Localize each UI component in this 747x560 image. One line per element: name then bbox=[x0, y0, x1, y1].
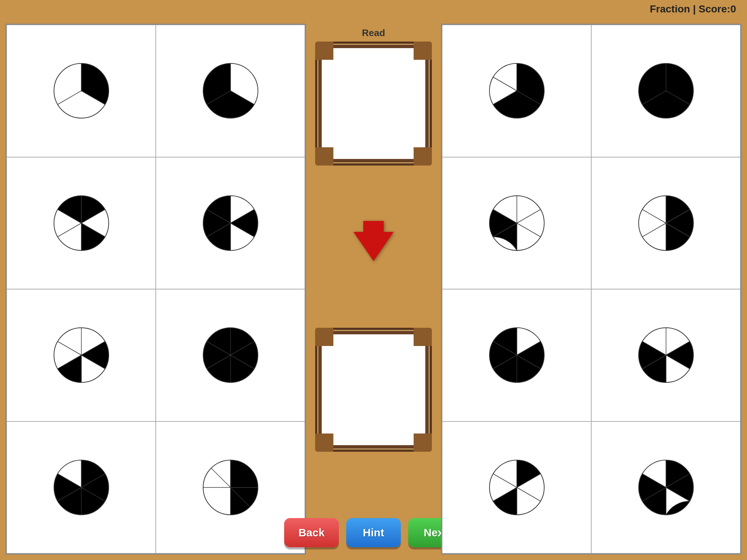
fraction-pie-R5 bbox=[488, 326, 546, 384]
right-cell-5[interactable] bbox=[442, 289, 591, 421]
fraction-pie-R1 bbox=[488, 62, 546, 120]
read-frame bbox=[315, 42, 432, 166]
main-content: Read Back Hint Next bbox=[0, 18, 747, 560]
fraction-pie-L4 bbox=[201, 194, 260, 252]
right-cell-7[interactable] bbox=[442, 421, 591, 554]
arrow-container bbox=[353, 228, 394, 265]
fraction-pie-L3 bbox=[52, 194, 111, 252]
right-fraction-grid bbox=[441, 24, 742, 555]
left-cell-5[interactable] bbox=[7, 289, 156, 421]
hint-button[interactable]: Hint bbox=[346, 518, 401, 547]
read-frame-container: Read bbox=[315, 27, 432, 166]
right-cell-8[interactable] bbox=[591, 421, 740, 554]
read-label: Read bbox=[315, 27, 432, 39]
fraction-pie-R4 bbox=[637, 194, 695, 252]
answer-frame-inner bbox=[322, 334, 425, 445]
fraction-pie-L1 bbox=[52, 62, 111, 120]
fraction-pie-R3 bbox=[488, 194, 546, 252]
fraction-pie-L2 bbox=[201, 62, 260, 120]
fraction-pie-R7 bbox=[488, 458, 546, 517]
left-cell-4[interactable] bbox=[156, 157, 305, 289]
back-button[interactable]: Back bbox=[284, 518, 339, 547]
fraction-pie-L8 bbox=[201, 458, 260, 517]
right-cell-6[interactable] bbox=[591, 289, 740, 421]
fraction-pie-R2 bbox=[637, 62, 695, 120]
fraction-pie-R8 bbox=[637, 458, 695, 517]
center-panel: Read Back Hint Next bbox=[311, 24, 436, 555]
left-cell-6[interactable] bbox=[156, 289, 305, 421]
right-cell-1[interactable] bbox=[442, 25, 591, 157]
fraction-pie-L7 bbox=[52, 458, 111, 517]
left-cell-3[interactable] bbox=[7, 157, 156, 289]
left-cell-8[interactable] bbox=[156, 421, 305, 554]
read-frame-inner bbox=[322, 48, 425, 159]
answer-frame-container bbox=[315, 328, 432, 452]
fraction-pie-L5 bbox=[52, 326, 111, 384]
score-label: Fraction | Score:0 bbox=[650, 3, 736, 15]
answer-frame bbox=[315, 328, 432, 452]
top-bar: Fraction | Score:0 bbox=[0, 0, 747, 18]
fraction-pie-L6 bbox=[201, 326, 260, 384]
right-cell-4[interactable] bbox=[591, 157, 740, 289]
fraction-pie-R6 bbox=[637, 326, 695, 384]
left-cell-2[interactable] bbox=[156, 25, 305, 157]
left-fraction-grid bbox=[5, 24, 306, 555]
right-cell-3[interactable] bbox=[442, 157, 591, 289]
action-buttons: Back Hint Next bbox=[284, 518, 463, 547]
right-cell-2[interactable] bbox=[591, 25, 740, 157]
left-cell-1[interactable] bbox=[7, 25, 156, 157]
left-cell-7[interactable] bbox=[7, 421, 156, 554]
down-arrow-icon bbox=[353, 232, 394, 261]
